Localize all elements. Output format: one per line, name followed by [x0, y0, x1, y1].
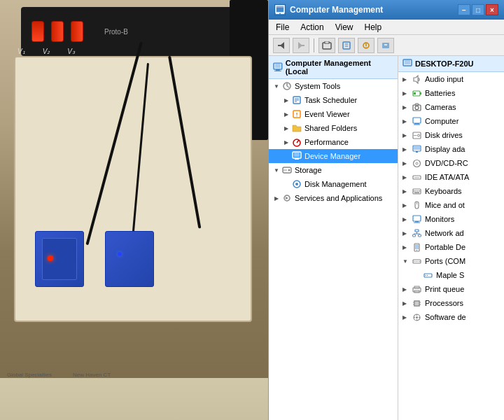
device-item-processors[interactable]: ▶ Processors — [398, 296, 504, 310]
device-item-ports-com[interactable]: ▼ Ports (COM — [398, 254, 504, 268]
device-item-display-ada[interactable]: ▶ Display ada — [398, 142, 504, 156]
menu-file[interactable]: File — [272, 21, 293, 34]
device-item-print-queue[interactable]: ▶ Print queue — [398, 282, 504, 296]
expand-task-scheduler[interactable]: ▶ — [281, 95, 291, 105]
svg-line-33 — [297, 140, 299, 143]
device-item-monitors[interactable]: ▶ Monitors — [398, 212, 504, 226]
device-item-batteries[interactable]: ▶ Batteries — [398, 86, 504, 100]
minimize-button[interactable]: − — [458, 4, 470, 15]
expand-disk-drives[interactable]: ▶ — [402, 132, 411, 139]
maximize-button[interactable]: □ — [472, 4, 484, 15]
disk-drives-label: Disk drives — [425, 131, 463, 139]
device-item-software-de[interactable]: ▶ Software de — [398, 310, 504, 324]
proto-label: Proto-B — [104, 28, 128, 36]
svg-rect-9 — [325, 41, 329, 43]
svg-rect-1 — [276, 6, 284, 8]
expand-system-tools[interactable]: ▼ — [272, 81, 281, 91]
maple-s-label: Maple S — [436, 271, 464, 279]
v3-label: V₃ — [67, 48, 75, 55]
device-item-dvd[interactable]: ▶ DVD/CD-RC — [398, 156, 504, 170]
expand-shared-folders[interactable]: ▶ — [281, 123, 291, 133]
photo-panel: Proto-B V₁ V₂ V₃ — [0, 0, 268, 420]
expand-print-queue[interactable]: ▶ — [402, 286, 411, 293]
device-header: DESKTOP-F20U — [398, 56, 504, 72]
tree-item-system-tools[interactable]: ▼ System Tools — [269, 79, 398, 93]
menu-help[interactable]: Help — [360, 21, 386, 34]
expand-keyboards[interactable]: ▶ — [402, 188, 411, 195]
tree-item-services-apps[interactable]: ▶ Services and Applications — [269, 191, 398, 205]
event-viewer-label: Event Viewer — [304, 110, 350, 118]
expand-device-manager[interactable] — [281, 151, 291, 161]
svg-rect-68 — [417, 190, 419, 192]
device-item-ide-ata[interactable]: ▶ IDE ATA/ATA — [398, 170, 504, 184]
device-item-network-ad[interactable]: ▶ Network ad — [398, 226, 504, 240]
expand-disk-management[interactable] — [281, 179, 291, 189]
expand-network-ad[interactable]: ▶ — [402, 230, 411, 237]
device-item-audio[interactable]: ▶ Audio input — [398, 72, 504, 86]
menu-action[interactable]: Action — [296, 21, 328, 34]
tree-item-task-scheduler[interactable]: ▶ Task Scheduler — [269, 93, 398, 107]
terminal-post-2 — [51, 21, 64, 42]
window-icon — [274, 4, 286, 15]
ide-ata-icon — [411, 172, 422, 183]
expand-computer[interactable]: ▶ — [402, 118, 411, 125]
device-item-portable-de[interactable]: ▶ Portable De — [398, 240, 504, 254]
haven-label: New Haven CT — [73, 372, 111, 378]
tree-item-device-manager[interactable]: Device Manager — [269, 149, 398, 163]
tree-item-event-viewer[interactable]: ▶ Event Viewer — [269, 107, 398, 121]
computer-management-window: Computer Management − □ × File Action Vi… — [268, 0, 504, 420]
forward-button[interactable] — [293, 38, 309, 53]
device-item-disk-drives[interactable]: ▶ Disk drives — [398, 128, 504, 142]
close-button[interactable]: × — [486, 4, 498, 15]
back-button[interactable] — [273, 38, 290, 53]
expand-batteries[interactable]: ▶ — [402, 90, 411, 97]
device-item-keyboards[interactable]: ▶ Keyboards — [398, 184, 504, 198]
tree-item-disk-management[interactable]: Disk Management — [269, 177, 398, 191]
expand-services-apps[interactable]: ▶ — [272, 193, 281, 203]
tree-item-shared-folders[interactable]: ▶ Shared Folders — [269, 121, 398, 135]
toolbar-sep-1 — [314, 38, 314, 52]
monitors-label: Monitors — [425, 215, 454, 223]
expand-dvd[interactable]: ▶ — [402, 160, 411, 167]
tree-item-performance[interactable]: ▶ Performance — [269, 135, 398, 149]
expand-cameras[interactable]: ▶ — [402, 104, 411, 111]
computer-icon — [273, 62, 283, 72]
terminal-post-1 — [31, 21, 44, 42]
tree-item-storage[interactable]: ▼ Storage — [269, 163, 398, 177]
toolbar-btn-2[interactable] — [338, 38, 355, 53]
svg-rect-36 — [295, 158, 299, 160]
task-scheduler-label: Task Scheduler — [304, 96, 357, 104]
device-item-maple-s[interactable]: Maple S — [398, 268, 504, 282]
svg-rect-53 — [414, 123, 419, 125]
svg-rect-64 — [414, 177, 419, 178]
expand-ports-com[interactable]: ▼ — [402, 258, 411, 265]
expand-audio[interactable]: ▶ — [402, 76, 411, 83]
menu-view[interactable]: View — [331, 21, 358, 34]
device-item-cameras[interactable]: ▶ Cameras — [398, 100, 504, 114]
svg-rect-16 — [382, 43, 389, 48]
expand-storage[interactable]: ▼ — [272, 165, 281, 175]
expand-ide-ata[interactable]: ▶ — [402, 174, 411, 181]
expand-display-ada[interactable]: ▶ — [402, 146, 411, 153]
window-controls[interactable]: − □ × — [458, 4, 498, 15]
expand-mice[interactable]: ▶ — [402, 202, 411, 209]
title-bar: Computer Management − □ × — [269, 0, 504, 20]
device-item-mice[interactable]: ▶ Mice and ot — [398, 198, 504, 212]
expand-monitors[interactable]: ▶ — [402, 216, 411, 223]
disk-management-label: Disk Management — [304, 180, 367, 188]
svg-rect-21 — [274, 71, 281, 71]
svg-rect-66 — [414, 190, 415, 192]
toolbar-btn-3[interactable] — [358, 38, 374, 53]
expand-portable-de[interactable]: ▶ — [402, 244, 411, 251]
expand-event-viewer[interactable]: ▶ — [281, 109, 291, 119]
expand-performance[interactable]: ▶ — [281, 137, 291, 147]
expand-software-de[interactable]: ▶ — [402, 314, 411, 321]
expand-processors[interactable]: ▶ — [402, 300, 411, 307]
svg-rect-75 — [415, 230, 419, 232]
device-item-computer[interactable]: ▶ Computer — [398, 114, 504, 128]
toolbar-btn-1[interactable] — [318, 38, 335, 53]
toolbar-btn-4[interactable] — [377, 38, 394, 53]
svg-point-62 — [416, 162, 418, 164]
svg-point-84 — [416, 249, 417, 251]
svg-rect-59 — [414, 146, 420, 150]
